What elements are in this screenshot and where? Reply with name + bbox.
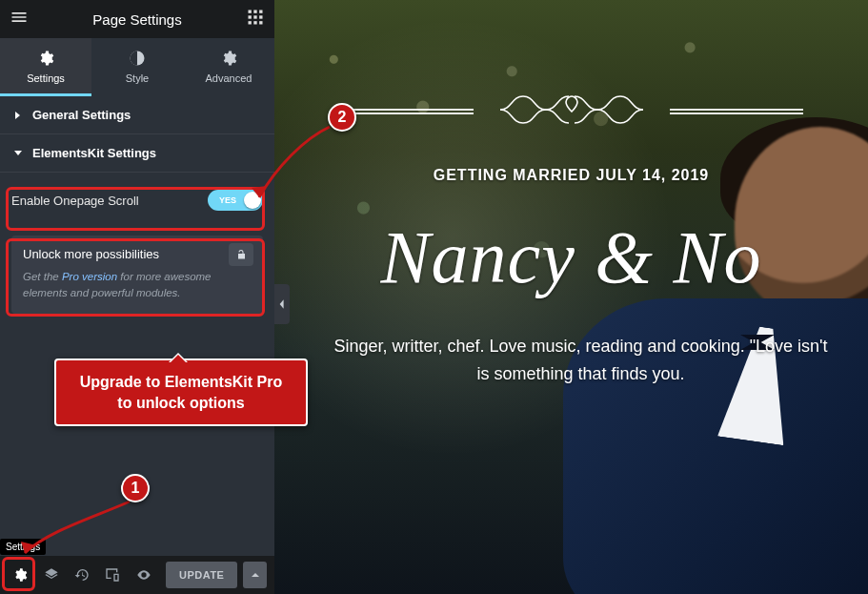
hero-tagline: Singer, writter, chef. Love music, readi… (295, 333, 848, 388)
update-button[interactable]: UPDATE (166, 562, 237, 588)
tab-settings[interactable]: Settings (0, 38, 91, 96)
preview-button[interactable] (131, 562, 156, 588)
svg-rect-8 (259, 21, 262, 24)
svg-rect-4 (253, 15, 256, 18)
menu-icon[interactable] (10, 8, 29, 31)
ornament-line-left (340, 109, 474, 114)
page-settings-button[interactable] (8, 562, 32, 588)
history-button[interactable] (70, 562, 94, 588)
responsive-icon (105, 567, 120, 583)
eye-icon (136, 567, 151, 583)
layers-icon (44, 567, 59, 583)
svg-rect-0 (249, 10, 252, 13)
section-body-ekit: Enable Onepage Scroll YES (0, 173, 274, 228)
annotation-badge-1: 1 (121, 474, 150, 502)
annotation-arrow-1 (19, 498, 143, 564)
annotation-badge-2: 2 (328, 103, 356, 132)
annotation-callout: Upgrade to ElementsKit Pro to unlock opt… (54, 358, 308, 426)
onepage-scroll-control: Enable Onepage Scroll YES (11, 190, 263, 211)
unlock-button[interactable] (229, 243, 253, 266)
annotation-callout-text: Upgrade to ElementsKit Pro to unlock opt… (80, 374, 282, 411)
preview-canvas[interactable]: GETTING MARRIED JULY 14, 2019 Nancy & No… (274, 0, 868, 594)
responsive-button[interactable] (100, 562, 125, 588)
chevron-left-icon (278, 298, 286, 310)
tab-label: Settings (27, 72, 65, 84)
promo-heading: Unlock more possibilities (23, 247, 252, 261)
history-icon (74, 567, 90, 583)
tab-advanced[interactable]: Advanced (183, 38, 274, 96)
ornament-line-right (670, 109, 803, 114)
ornament-center-icon (491, 91, 653, 133)
sidebar-collapse-handle[interactable] (274, 284, 290, 324)
control-label: Enable Onepage Scroll (11, 194, 139, 208)
tab-style[interactable]: Style (91, 38, 183, 96)
svg-rect-3 (249, 15, 252, 18)
section-title: ElementsKit Settings (32, 146, 156, 160)
gear-icon (12, 567, 28, 583)
promo-text: Get the Pro version for more awesome ele… (23, 269, 252, 300)
pro-promo-box: Unlock more possibilities Get the Pro ve… (11, 236, 263, 314)
sidebar-topbar: Page Settings (0, 0, 274, 38)
unlock-icon (235, 249, 247, 260)
svg-rect-5 (259, 15, 262, 18)
update-options-button[interactable] (243, 562, 267, 588)
svg-rect-2 (259, 10, 262, 13)
pro-version-link[interactable]: Pro version (62, 271, 117, 282)
ornament-divider (274, 91, 868, 133)
promo-wrapper: Unlock more possibilities Get the Pro ve… (0, 236, 274, 329)
navigator-button[interactable] (38, 562, 63, 588)
toggle-state-label: YES (219, 195, 236, 205)
tabs-row: Settings Style Advanced (0, 38, 274, 96)
section-general-settings[interactable]: General Settings (0, 96, 274, 134)
svg-marker-10 (252, 186, 267, 197)
svg-rect-7 (253, 21, 256, 24)
apps-icon[interactable] (246, 8, 265, 31)
annotation-arrow-2 (248, 119, 343, 205)
section-title: General Settings (32, 108, 131, 122)
tab-label: Advanced (206, 72, 252, 84)
hero-date: GETTING MARRIED JULY 14, 2019 (274, 167, 868, 184)
section-elementskit-settings[interactable]: ElementsKit Settings (0, 134, 274, 173)
hero-names: Nancy & No (274, 220, 868, 295)
caret-up-icon (251, 570, 260, 580)
svg-rect-6 (249, 21, 252, 24)
svg-rect-1 (253, 10, 256, 13)
sidebar-title: Page Settings (92, 11, 181, 28)
hero-content: GETTING MARRIED JULY 14, 2019 Nancy & No… (274, 0, 868, 388)
tab-label: Style (126, 72, 149, 84)
